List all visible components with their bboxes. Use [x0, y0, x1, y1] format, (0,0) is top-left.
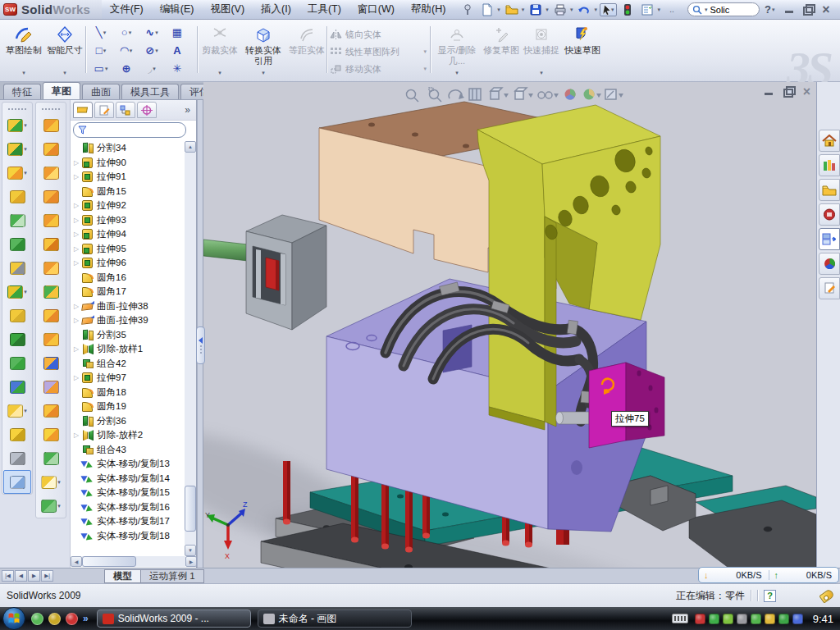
model-tab-模型[interactable]: 模型	[104, 569, 141, 583]
ltb2-button-10[interactable]	[37, 327, 65, 351]
help-button[interactable]: ?▾	[765, 3, 775, 16]
ltb2-button-2[interactable]	[37, 137, 65, 161]
tree-item-圆角15[interactable]: 圆角15	[71, 185, 183, 199]
ltb1-button-12[interactable]	[3, 375, 31, 399]
tree-filter-input[interactable]	[90, 126, 181, 135]
tree-filter-box[interactable]	[73, 122, 186, 138]
appearances-tab[interactable]	[819, 253, 840, 275]
ltb2-button-17[interactable]: ▾	[37, 494, 65, 518]
tree-item-实体-移动/复制16[interactable]: 实体-移动/复制16	[71, 500, 183, 515]
search-box[interactable]: ▾	[687, 2, 760, 16]
splitter-handle[interactable]	[196, 326, 205, 364]
magenta-insert[interactable]	[589, 363, 664, 448]
ltb2-button-8[interactable]	[37, 280, 65, 304]
sketch-point-button[interactable]: ✳	[165, 60, 189, 77]
expand-arrow[interactable]: ▷	[73, 303, 80, 310]
ltb1-button-15[interactable]	[3, 446, 31, 470]
sketch-line-button[interactable]: ╲▾	[89, 24, 113, 41]
tree-item-拉伸97[interactable]: ▷拉伸97	[71, 371, 183, 386]
tray-icon-6[interactable]	[765, 614, 775, 624]
dimxpertmanager-tab[interactable]	[137, 102, 157, 118]
doc-restore-button[interactable]	[782, 86, 794, 97]
tree-hscroll-thumb[interactable]	[82, 556, 136, 567]
menu-工具(T)[interactable]: 工具(T)	[299, 0, 349, 19]
tree-item-拉伸96[interactable]: ▷拉伸96	[71, 256, 183, 271]
options-dropdown[interactable]: ▾	[657, 7, 660, 13]
toolbar-grip[interactable]	[42, 108, 60, 111]
quick-launch-icon-3[interactable]	[66, 613, 78, 625]
taskbar-window-SolidWorks 2009 - ...[interactable]: SolidWorks 2009 - ...	[97, 609, 251, 628]
sketch-slot-button[interactable]: ▭▾	[89, 60, 113, 77]
ltb1-button-3[interactable]: ▾	[3, 161, 31, 185]
ltb1-button-9[interactable]	[3, 304, 31, 327]
ltb2-button-12[interactable]	[37, 375, 65, 399]
tray-icon-2[interactable]	[709, 614, 719, 624]
home-tab[interactable]	[819, 130, 840, 152]
ltb1-button-13[interactable]: ▾	[3, 399, 31, 422]
ltb2-button-6[interactable]	[37, 232, 65, 256]
options-icon[interactable]	[638, 2, 656, 17]
taskbar-window-未命名 - 画图[interactable]: 未命名 - 画图	[258, 609, 412, 628]
tray-icon-8[interactable]	[792, 614, 803, 624]
tray-icon-3[interactable]	[723, 614, 733, 624]
tree-item-实体-移动/复制18[interactable]: 实体-移动/复制18	[71, 529, 183, 544]
start-button[interactable]	[2, 606, 26, 630]
tree-item-切除-放样1[interactable]: ▷切除-放样1	[71, 342, 183, 357]
tray-icon-7[interactable]	[778, 614, 789, 624]
doc-minimize-button[interactable]	[763, 86, 775, 97]
sketch-spline-button[interactable]: ∿▾	[139, 24, 164, 41]
open-folder-icon[interactable]	[503, 2, 521, 17]
ltb1-button-14[interactable]	[3, 422, 31, 446]
new-file-icon[interactable]	[478, 2, 496, 17]
tree-item-组合43[interactable]: 组合43	[71, 443, 183, 458]
close-button[interactable]: ×	[819, 4, 832, 15]
ltb2-button-1[interactable]	[37, 113, 65, 137]
configurationmanager-tab[interactable]	[116, 102, 135, 118]
quick-snaps-button[interactable]: 快速捕捉▾	[523, 22, 559, 80]
menu-视图(V)[interactable]: 视图(V)	[202, 0, 253, 19]
tree-scroll-down[interactable]: ▼	[185, 545, 196, 556]
tree-item-曲面-拉伸39[interactable]: ▷曲面-拉伸39	[71, 313, 183, 328]
trim-entities-button[interactable]: 剪裁实体▾	[202, 22, 238, 80]
expand-arrow[interactable]: ▷	[73, 345, 80, 353]
tree-item-组合42[interactable]: 组合42	[71, 357, 183, 372]
overflow-icon[interactable]: ..	[663, 2, 681, 17]
new-dropdown[interactable]: ▾	[497, 7, 500, 13]
expand-arrow[interactable]: ▷	[73, 231, 80, 238]
minimize-button[interactable]	[783, 4, 796, 15]
sketch-circle-button[interactable]: ○▾	[114, 24, 139, 41]
ltb1-button-1[interactable]: ▾	[3, 113, 31, 137]
tree-item-拉伸95[interactable]: ▷拉伸95	[71, 242, 183, 257]
view-palette-tab[interactable]	[819, 228, 840, 250]
propertymanager-tab[interactable]	[94, 102, 114, 118]
tray-icon-5[interactable]	[751, 614, 761, 624]
ltb2-button-9[interactable]	[37, 304, 65, 327]
ltb1-button-7[interactable]	[3, 256, 31, 280]
rebuild-icon[interactable]	[619, 2, 637, 17]
tree-item-圆角16[interactable]: 圆角16	[71, 271, 183, 285]
display-delete-relations-button[interactable]: 显示/删除几...▾	[435, 22, 479, 80]
sketch-arc-button[interactable]: ◠▾	[114, 42, 139, 59]
undo-dropdown[interactable]: ▾	[594, 7, 597, 13]
expand-arrow[interactable]: ▷	[73, 159, 80, 167]
featuremanager-tab[interactable]	[73, 102, 93, 118]
tree-item-拉伸92[interactable]: ▷拉伸92	[71, 199, 183, 213]
expand-arrow[interactable]: ▷	[73, 431, 80, 439]
ltb2-button-3[interactable]	[37, 161, 65, 185]
pin-icon[interactable]	[459, 2, 477, 17]
custom-properties-tab[interactable]	[819, 277, 840, 299]
print-icon[interactable]	[551, 2, 569, 17]
save-dropdown[interactable]: ▾	[546, 7, 549, 13]
toolbar-grip[interactable]	[8, 108, 26, 111]
tree-item-拉伸90[interactable]: ▷拉伸90	[71, 156, 183, 171]
model-tab-nav-|◀[interactable]: |◀	[2, 570, 14, 582]
menu-帮助(H)[interactable]: 帮助(H)	[403, 0, 454, 19]
search-input[interactable]	[710, 5, 749, 15]
expand-arrow[interactable]: ▷	[73, 245, 80, 253]
linear-pattern-button[interactable]: 线性草图阵列▾	[330, 43, 427, 60]
tree-item-实体-移动/复制17[interactable]: 实体-移动/复制17	[71, 514, 183, 529]
ltb2-button-13[interactable]	[37, 399, 65, 422]
sketch-button[interactable]: 草图绘制▾	[5, 22, 43, 80]
restore-button[interactable]	[801, 4, 814, 15]
menu-窗口(W)[interactable]: 窗口(W)	[349, 0, 403, 19]
